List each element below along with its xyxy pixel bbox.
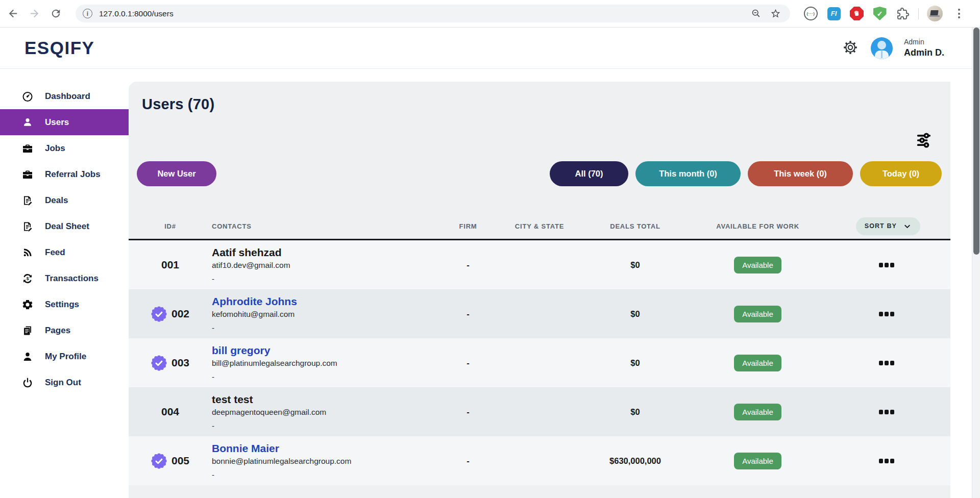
user-name-link[interactable]: bill gregory [212,344,435,357]
user-id: 002 [172,308,189,320]
sidebar-item-deals[interactable]: Deals [0,187,129,213]
browser-menu-icon[interactable] [958,9,960,18]
filter-sliders-icon[interactable] [915,132,933,150]
filter-all-button[interactable]: All (70) [550,161,628,186]
verified-badge-icon [151,453,167,469]
user-email: atif10.dev@gmail.com [212,261,435,270]
firm-cell: - [435,309,501,319]
sidebar-item-transactions[interactable]: $ Transactions [0,265,129,291]
availability-cell: Available [693,355,823,371]
sidebar-item-sign-out[interactable]: Sign Out [0,369,129,395]
sidebar-item-pages[interactable]: Pages [0,317,129,343]
user-name-link[interactable]: Aatif shehzad [212,246,435,259]
deals-total-cell: $0 [578,260,693,270]
shield-check-icon: ✓ [873,7,887,20]
user-phone: - [212,323,435,332]
sidebar-item-jobs[interactable]: Jobs [0,135,129,161]
table-row: 004 test test deepmagentoqueen@gmail.com… [129,387,950,436]
sidebar-item-feed[interactable]: Feed [0,239,129,265]
row-menu-button[interactable] [879,410,894,414]
user-email: deepmagentoqueen@gmail.com [212,408,435,417]
arrow-left-icon [7,8,19,19]
table-row: 002 Aphrodite Johns kefomohitu@gmail.com… [129,289,950,338]
stop-hand-icon [850,7,864,20]
deals-total-cell: $630,000,000 [578,456,693,466]
app-header: ESQIFY Admin Admin D. [0,28,980,69]
briefcase-icon [21,142,34,155]
contacts-cell: bill gregory bill@platinumlegalsearchgro… [212,344,435,381]
sidebar-item-label: Feed [45,247,65,258]
brand-logo[interactable]: ESQIFY [24,38,94,58]
sidebar-item-label: Settings [45,300,79,310]
zoom-out-page-icon[interactable] [748,6,764,21]
header-settings-gear-icon[interactable] [841,39,860,57]
browser-back-button[interactable] [4,5,21,22]
user-phone: - [212,275,435,283]
row-menu-button[interactable] [879,459,894,463]
browser-reload-button[interactable] [47,5,64,22]
browser-forward-button[interactable] [26,5,43,22]
filter-this-month-button[interactable]: This month (0) [635,161,741,186]
filter-this-week-button[interactable]: This week (0) [748,161,853,186]
rss-icon [21,246,34,259]
firm-cell: - [435,358,501,368]
fi-extension-icon[interactable]: FI [826,6,841,21]
table-row: 001 Aatif shehzad atif10.dev@gmail.com -… [129,240,950,289]
deals-total-cell: $0 [578,309,693,319]
column-header-deals: DEALS TOTAL [578,222,693,230]
availability-badge: Available [734,306,781,322]
devtools-extension-icon[interactable]: (···) [803,6,818,21]
verified-badge-icon [151,306,167,322]
sidebar-item-users[interactable]: Users [0,109,129,135]
user-avatar[interactable] [871,37,893,59]
availability-badge: Available [734,404,781,420]
sidebar-item-settings[interactable]: Settings [0,291,129,317]
column-header-city: CITY & STATE [501,222,578,230]
user-id-cell: 002 [129,306,212,322]
gauge-icon [21,90,34,103]
main-content: Users (70) New User All (70) This month … [129,69,980,498]
sidebar-item-dashboard[interactable]: Dashboard [0,83,129,109]
user-id: 005 [172,455,189,467]
user-id: 004 [161,406,179,418]
user-name-link[interactable]: Aphrodite Johns [212,295,435,308]
user-name-link[interactable]: test test [212,393,435,406]
firm-cell: - [435,456,501,466]
adblock-extension-icon[interactable] [849,6,864,21]
bookmark-star-icon[interactable] [768,6,783,21]
sidebar-item-deal-sheet[interactable]: Deal Sheet [0,213,129,239]
row-menu-button[interactable] [879,361,894,365]
user-phone: - [212,470,435,479]
user-id-cell: 003 [129,355,212,371]
sidebar-item-label: My Profile [45,352,86,362]
scrollbar-thumb[interactable] [973,28,979,255]
sidebar-item-label: Dashboard [45,91,90,102]
browser-profile-avatar[interactable] [927,6,943,21]
availability-cell: Available [693,453,823,469]
url-text[interactable]: 127.0.0.1:8000/users [99,9,744,18]
sidebar-item-referral-jobs[interactable]: Referral Jobs [0,161,129,187]
reload-icon [50,8,62,19]
extension-strip: (···) FI ✓ [803,6,960,21]
sort-by-label: SORT BY [865,222,897,230]
site-info-icon[interactable]: i [83,9,92,18]
address-bar[interactable]: i 127.0.0.1:8000/users [76,5,790,22]
row-menu-button[interactable] [879,263,894,267]
filter-today-button[interactable]: Today (0) [860,161,942,186]
row-menu-button[interactable] [879,312,894,316]
user-email: bonnie@platinumlegalsearchgroup.com [212,457,435,466]
sidebar-item-my-profile[interactable]: My Profile [0,343,129,369]
availability-badge: Available [734,355,781,371]
user-id: 001 [161,259,179,271]
sidebar-item-label: Users [45,117,69,128]
column-header-id: ID# [129,222,212,230]
chevron-down-icon [903,222,912,231]
extensions-puzzle-icon[interactable] [895,6,910,21]
contacts-cell: Aatif shehzad atif10.dev@gmail.com - [212,246,435,283]
gear-icon [21,298,34,311]
sort-by-button[interactable]: SORT BY [856,217,920,235]
availability-badge: Available [734,453,781,469]
new-user-button[interactable]: New User [137,161,216,186]
user-name-link[interactable]: Bonnie Maier [212,442,435,455]
adguard-extension-icon[interactable]: ✓ [872,6,887,21]
